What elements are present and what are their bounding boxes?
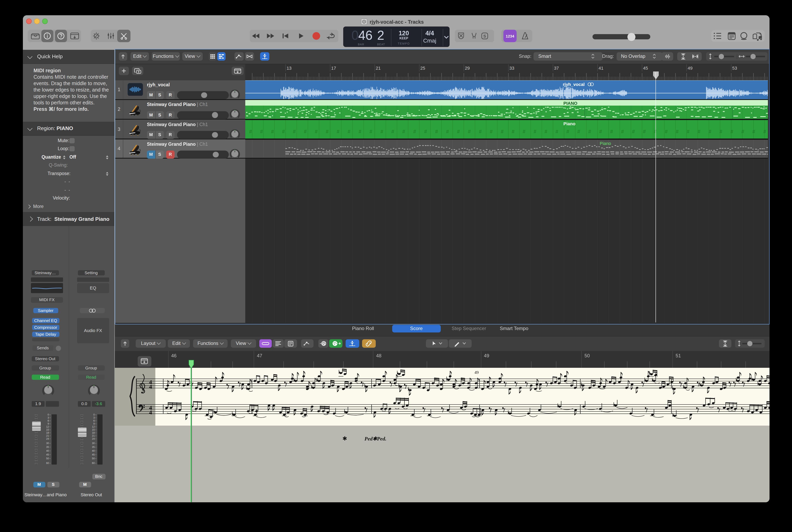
svg-text:17: 17 — [331, 65, 336, 71]
svg-text:Ped✱Ped.: Ped✱Ped. — [364, 436, 386, 442]
svg-text:S: S — [483, 34, 486, 38]
svg-text:3: 3 — [93, 416, 95, 419]
svg-text:24: 24 — [46, 437, 49, 440]
svg-text:45: 45 — [46, 453, 49, 456]
svg-text:4: 4 — [149, 383, 152, 390]
svg-text:13: 13 — [287, 65, 291, 71]
svg-text:49: 49 — [688, 65, 692, 71]
svg-text:4: 4 — [149, 409, 152, 416]
svg-text:12: 12 — [92, 425, 95, 428]
svg-text:49: 49 — [475, 370, 479, 375]
svg-text:6: 6 — [93, 419, 95, 422]
svg-text:3: 3 — [47, 416, 49, 419]
svg-text:60: 60 — [46, 462, 49, 464]
svg-text:45: 45 — [92, 453, 95, 456]
svg-text:35: 35 — [92, 446, 95, 449]
svg-text:25: 25 — [420, 65, 425, 71]
svg-text:6: 6 — [47, 419, 49, 422]
svg-text:0: 0 — [93, 413, 95, 416]
svg-text:12: 12 — [46, 425, 49, 428]
svg-text:40: 40 — [46, 450, 49, 452]
svg-text:18: 18 — [92, 432, 95, 434]
svg-text:50: 50 — [92, 457, 95, 460]
svg-text:40: 40 — [92, 450, 95, 452]
svg-text:35: 35 — [46, 446, 49, 449]
svg-text:53: 53 — [732, 65, 737, 71]
svg-text:21: 21 — [46, 434, 49, 437]
svg-text:37: 37 — [554, 65, 559, 71]
svg-text:15: 15 — [46, 429, 49, 431]
svg-text:60: 60 — [92, 462, 95, 464]
svg-text:45: 45 — [643, 65, 648, 71]
svg-text:✱: ✱ — [343, 435, 347, 442]
svg-text:50: 50 — [46, 457, 49, 460]
svg-text:29: 29 — [465, 65, 470, 71]
svg-text:9: 9 — [47, 422, 49, 425]
svg-text:1234: 1234 — [506, 34, 515, 38]
svg-text:33: 33 — [509, 65, 514, 71]
svg-text:18: 18 — [46, 432, 49, 434]
svg-text:41: 41 — [599, 65, 603, 71]
svg-text:21: 21 — [376, 65, 381, 71]
svg-text:30: 30 — [46, 442, 49, 445]
svg-text:15: 15 — [92, 429, 95, 431]
svg-text:30: 30 — [92, 442, 95, 445]
svg-text:21: 21 — [92, 434, 95, 437]
svg-text:24: 24 — [92, 437, 95, 440]
svg-text:0: 0 — [47, 413, 49, 416]
svg-text:9: 9 — [93, 422, 95, 425]
